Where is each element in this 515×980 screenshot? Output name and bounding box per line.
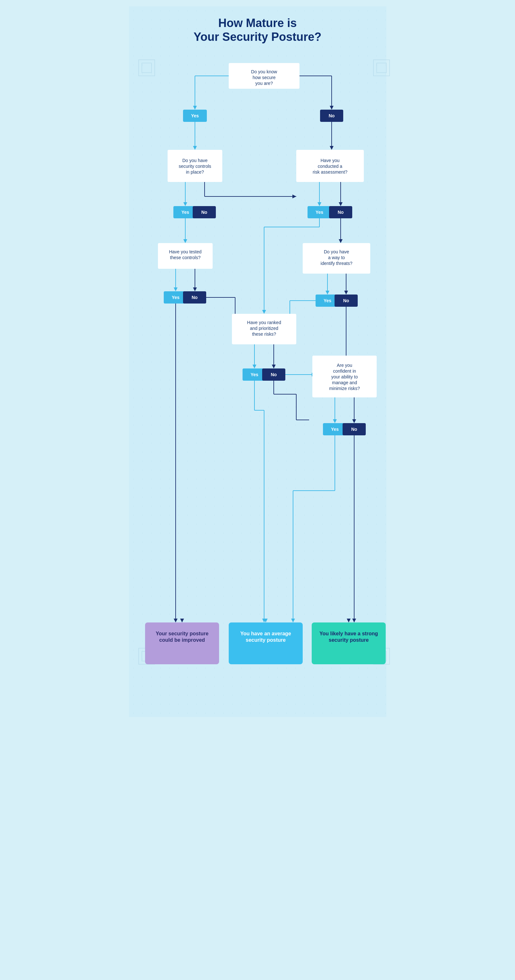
svg-text:Yes: Yes [171,295,179,300]
svg-text:Have you: Have you [320,158,340,163]
svg-text:these risks?: these risks? [252,331,276,337]
svg-marker-63 [174,288,177,291]
svg-text:Do you have: Do you have [324,249,349,255]
svg-text:Do you know: Do you know [251,69,277,74]
page-container: How Mature is Your Security Posture? Do … [129,6,386,717]
svg-text:conducted a: conducted a [317,164,342,169]
svg-marker-52 [183,239,187,243]
svg-text:Do you have: Do you have [182,158,207,163]
svg-text:Yes: Yes [331,427,338,432]
svg-text:how secure: how secure [252,75,276,80]
svg-text:Yes: Yes [315,210,323,215]
svg-text:in place?: in place? [186,169,204,175]
svg-marker-95 [272,364,276,369]
svg-text:Yes: Yes [191,113,198,118]
svg-text:minimize risks?: minimize risks? [329,386,360,391]
svg-text:Your security posture: Your security posture [155,631,208,636]
flowchart-svg: Do you know how secure you are? Yes No [136,57,393,700]
svg-marker-46 [339,202,343,206]
svg-rect-2 [373,60,389,76]
svg-text:Are you: Are you [336,363,352,368]
svg-text:Yes: Yes [181,210,189,215]
svg-marker-35 [183,202,187,206]
svg-marker-81 [262,310,266,314]
page-title: How Mature is Your Security Posture? [136,16,380,44]
svg-marker-29 [330,146,333,150]
svg-text:risk assessment?: risk assessment? [313,169,347,175]
svg-text:No: No [351,427,357,432]
svg-rect-1 [142,63,151,73]
svg-text:Have you tested: Have you tested [169,249,201,255]
flowchart-wrapper: Do you know how secure you are? Yes No [136,57,380,701]
svg-text:No: No [338,210,344,215]
svg-text:a way to: a way to [328,255,344,260]
svg-marker-73 [344,291,348,294]
svg-marker-142 [180,619,184,622]
svg-marker-117 [352,419,356,423]
svg-text:you are?: you are? [255,81,273,86]
svg-rect-129 [145,622,219,664]
svg-text:No: No [191,295,198,300]
svg-marker-115 [333,419,337,423]
svg-text:security posture: security posture [246,637,285,643]
content-area: How Mature is Your Security Posture? Do … [136,16,380,701]
svg-marker-14 [193,106,197,110]
svg-marker-144 [347,619,351,622]
svg-rect-135 [312,622,386,664]
svg-text:security posture: security posture [328,637,368,643]
svg-rect-3 [377,63,386,73]
svg-marker-126 [291,619,295,622]
svg-text:Yes: Yes [250,372,258,377]
svg-text:No: No [271,372,277,377]
svg-text:your ability to: your ability to [331,374,358,379]
svg-rect-132 [229,622,303,664]
svg-marker-57 [339,239,343,243]
svg-text:security controls: security controls [179,164,211,169]
svg-text:and prioritized: and prioritized [250,326,278,331]
svg-text:identify threats?: identify threats? [320,261,352,266]
svg-text:You likely have a strong: You likely have a strong [319,631,378,636]
svg-text:No: No [328,113,335,118]
svg-text:Yes: Yes [323,298,331,303]
svg-marker-23 [193,146,197,150]
svg-text:No: No [201,210,207,215]
svg-text:Have you ranked: Have you ranked [247,320,281,325]
svg-marker-44 [317,202,321,206]
svg-marker-103 [174,619,177,622]
svg-marker-65 [193,288,197,291]
svg-rect-0 [139,60,155,76]
svg-marker-93 [252,364,257,369]
svg-text:confident in: confident in [333,369,356,374]
svg-text:manage and: manage and [332,380,357,385]
svg-text:these controls?: these controls? [170,255,200,260]
svg-marker-38 [292,194,296,198]
svg-text:You have an average: You have an average [240,631,291,636]
svg-text:could be improved: could be improved [159,637,204,643]
svg-text:No: No [343,298,349,303]
svg-marker-128 [352,619,356,622]
svg-marker-71 [325,291,329,294]
svg-marker-19 [330,106,333,110]
